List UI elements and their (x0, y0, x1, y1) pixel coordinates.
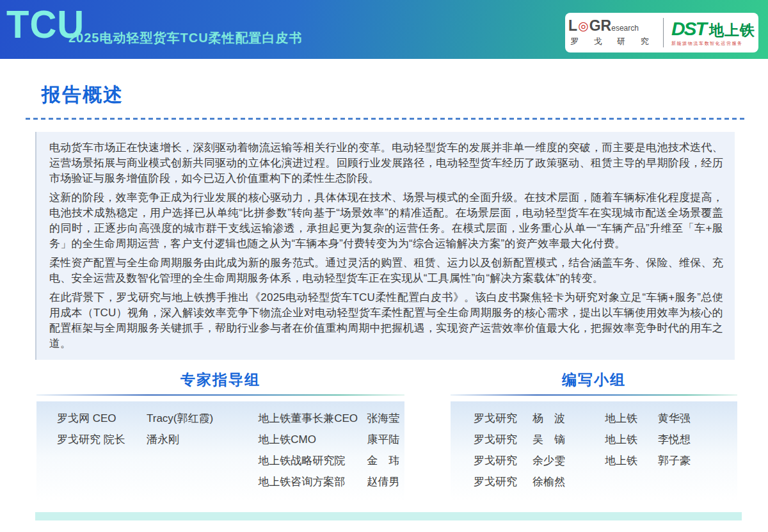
logr-research-logo: L ◎ GR esearch 罗 戈 研 究 (568, 19, 655, 47)
member-row: 地上铁 李悦想 (605, 433, 691, 447)
logo-divider (663, 18, 664, 47)
dst-wordmark: DST 地上铁 (671, 19, 755, 38)
writing-group-column-logr: 罗戈研究 杨 波 罗戈研究 吴 镝 罗戈研究 余少雯 罗戈研究 (474, 412, 565, 496)
member-role: 罗戈网 CEO (57, 412, 147, 426)
member-row: 地上铁咨询方案部 赵倩男 (258, 475, 399, 489)
dst-logo: DST 地上铁 新能源物流车数智化运营服务 (671, 19, 755, 47)
member-row: 地上铁 黄华强 (605, 412, 691, 426)
member-name: 徐榆然 (532, 475, 565, 489)
dst-brand-cn: 地上铁 (709, 23, 755, 38)
member-name: Tracy(郭红霞) (147, 412, 213, 426)
member-role: 地上铁战略研究院 (258, 454, 367, 468)
member-name: 张海莹 (367, 412, 399, 426)
writing-group: 编写小组 罗戈研究 杨 波 罗戈研究 吴 镝 罗戈研究 (451, 370, 737, 501)
member-row: 地上铁董事长兼CEO 张海莹 (258, 412, 399, 426)
member-role: 罗戈研究 (474, 412, 532, 426)
member-role: 罗戈研究 (474, 454, 532, 468)
member-name: 吴 镝 (532, 433, 565, 447)
whitepaper-page: TCU 2025电动轻型货车TCU柔性配置白皮书 L ◎ GR esearch … (0, 0, 768, 520)
logr-wordmark: L ◎ GR esearch (568, 19, 639, 33)
writing-group-underline (451, 394, 737, 396)
partner-logo-card: L ◎ GR esearch 罗 戈 研 究 DST 地上铁 新能源物流车数智化… (565, 13, 758, 52)
member-row: 地上铁 郭子豪 (605, 454, 691, 468)
member-row: 罗戈研究 余少雯 (474, 454, 565, 468)
member-name: 金 玮 (367, 454, 399, 468)
overview-paragraph: 这新的阶段，效率竞争正成为行业发展的核心驱动力，具体体现在技术、场景与模式的全面… (49, 190, 723, 252)
member-row: 地上铁CMO 康平陆 (258, 433, 399, 447)
expert-group-underline (36, 394, 404, 396)
member-role: 地上铁 (605, 433, 658, 447)
overview-text-block: 电动货车市场正在快速增长，深刻驱动着物流运输等相关行业的变革。电动轻型货车的发展… (35, 132, 735, 360)
logr-target-icon: ◎ (578, 20, 589, 32)
member-name: 康平陆 (367, 433, 399, 447)
member-name: 余少雯 (532, 454, 565, 468)
expert-group-column-dst: 地上铁董事长兼CEO 张海莹 地上铁CMO 康平陆 地上铁战略研究院 金 玮 (258, 412, 399, 496)
member-role: 罗戈研究 (474, 475, 532, 489)
member-name: 郭子豪 (658, 454, 691, 468)
content-area: 报告概述 电动货车市场正在快速增长，深刻驱动着物流运输等相关行业的变革。电动轻型… (0, 82, 768, 520)
logr-letter-l: L (568, 19, 577, 33)
logr-letters-gr: GR (589, 19, 612, 33)
expert-group-table: 罗戈网 CEO Tracy(郭红霞) 罗戈研究 院长 潘永刚 地上铁董事长兼CE… (36, 401, 404, 501)
member-name: 赵倩男 (367, 475, 399, 489)
footer-accent-bar (35, 512, 742, 520)
writing-group-column-dst: 地上铁 黄华强 地上铁 李悦想 地上铁 郭子豪 (605, 412, 691, 475)
member-row: 罗戈研究 吴 镝 (474, 433, 565, 447)
dst-slogan: 新能源物流车数智化运营服务 (671, 40, 743, 47)
header-banner: TCU 2025电动轻型货车TCU柔性配置白皮书 L ◎ GR esearch … (0, 0, 768, 59)
member-role: 罗戈研究 (474, 433, 532, 447)
member-name: 潘永刚 (147, 433, 179, 447)
credits-section: 专家指导组 罗戈网 CEO Tracy(郭红霞) 罗戈研究 院长 潘永刚 (36, 370, 768, 501)
logr-chinese-name: 罗 戈 研 究 (568, 36, 655, 47)
dst-brand-en: DST (671, 19, 706, 38)
expert-group-title: 专家指导组 (36, 370, 404, 390)
member-role: 罗戈研究 院长 (57, 433, 147, 447)
member-role: 地上铁 (605, 412, 658, 426)
title-dashed-divider (26, 118, 744, 120)
member-name: 杨 波 (532, 412, 565, 426)
member-row: 罗戈网 CEO Tracy(郭红霞) (57, 412, 213, 426)
member-role: 地上铁 (605, 454, 658, 468)
member-name: 黄华强 (658, 412, 691, 426)
page-title: 报告概述 (42, 82, 768, 108)
member-role: 地上铁董事长兼CEO (258, 412, 367, 426)
member-role: 地上铁咨询方案部 (258, 475, 367, 489)
overview-paragraph: 电动货车市场正在快速增长，深刻驱动着物流运输等相关行业的变革。电动轻型货车的发展… (49, 140, 723, 186)
writing-group-title: 编写小组 (451, 370, 737, 390)
header-subtitle: 2025电动轻型货车TCU柔性配置白皮书 (68, 29, 303, 47)
member-row: 罗戈研究 院长 潘永刚 (57, 433, 213, 447)
expert-guidance-group: 专家指导组 罗戈网 CEO Tracy(郭红霞) 罗戈研究 院长 潘永刚 (36, 370, 404, 501)
member-row: 罗戈研究 杨 波 (474, 412, 565, 426)
overview-paragraph: 在此背景下，罗戈研究与地上铁携手推出《2025电动轻型货车TCU柔性配置白皮书》… (49, 290, 723, 351)
member-row: 地上铁战略研究院 金 玮 (258, 454, 399, 468)
member-name: 李悦想 (658, 433, 691, 447)
writing-group-table: 罗戈研究 杨 波 罗戈研究 吴 镝 罗戈研究 余少雯 罗戈研究 (451, 401, 737, 501)
expert-group-column-logr: 罗戈网 CEO Tracy(郭红霞) 罗戈研究 院长 潘永刚 (57, 412, 213, 454)
member-row: 罗戈研究 徐榆然 (474, 475, 565, 489)
overview-paragraph: 柔性资产配置与全生命周期服务由此成为新的服务范式。通过灵活的购置、租赁、运力以及… (49, 255, 723, 286)
member-role: 地上铁CMO (258, 433, 367, 447)
logr-esearch-text: esearch (611, 24, 639, 32)
